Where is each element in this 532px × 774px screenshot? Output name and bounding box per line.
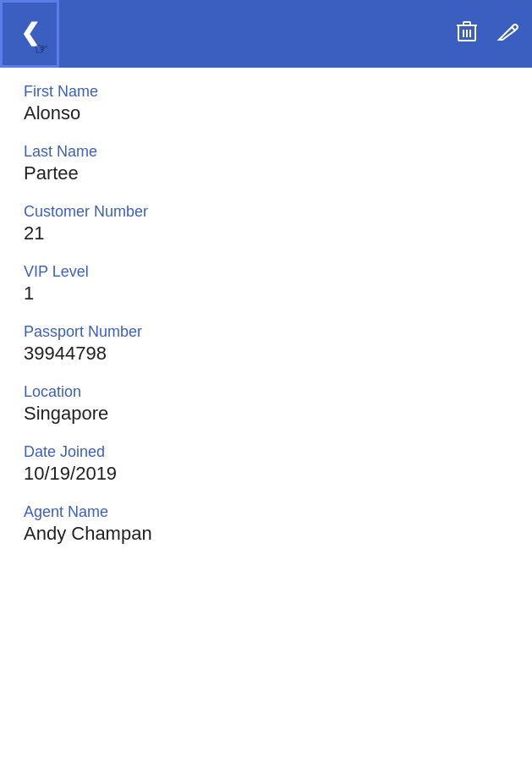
- field-group-customer-number: Customer Number21: [24, 203, 508, 244]
- app-container: ❮ ☞: [0, 0, 532, 579]
- field-value-last-name: Partee: [24, 162, 508, 184]
- back-button[interactable]: ❮ ☞: [0, 0, 59, 68]
- edit-icon[interactable]: [496, 20, 518, 47]
- field-group-first-name: First NameAlonso: [24, 83, 508, 124]
- field-value-first-name: Alonso: [24, 102, 508, 124]
- field-label-location: Location: [24, 383, 508, 401]
- field-label-agent-name: Agent Name: [24, 503, 508, 521]
- field-value-vip-level: 1: [24, 283, 508, 305]
- field-value-location: Singapore: [24, 403, 508, 425]
- delete-icon[interactable]: [456, 19, 478, 48]
- field-group-location: LocationSingapore: [24, 383, 508, 425]
- field-value-passport-number: 39944798: [24, 343, 508, 365]
- header: ❮ ☞: [0, 0, 532, 68]
- field-group-passport-number: Passport Number39944798: [24, 323, 508, 365]
- field-group-date-joined: Date Joined10/19/2019: [24, 443, 508, 485]
- field-label-vip-level: VIP Level: [24, 263, 508, 281]
- header-actions: [456, 19, 518, 48]
- field-value-agent-name: Andy Champan: [24, 523, 508, 545]
- field-label-passport-number: Passport Number: [24, 323, 508, 341]
- detail-content: First NameAlonsoLast NameParteeCustomer …: [0, 68, 532, 579]
- cursor-icon: ☞: [35, 40, 48, 58]
- field-value-date-joined: 10/19/2019: [24, 463, 508, 485]
- field-label-first-name: First Name: [24, 83, 508, 101]
- field-value-customer-number: 21: [24, 222, 508, 244]
- field-group-last-name: Last NamePartee: [24, 143, 508, 184]
- field-group-vip-level: VIP Level1: [24, 263, 508, 305]
- field-label-customer-number: Customer Number: [24, 203, 508, 221]
- field-label-last-name: Last Name: [24, 143, 508, 161]
- field-label-date-joined: Date Joined: [24, 443, 508, 461]
- field-group-agent-name: Agent NameAndy Champan: [24, 503, 508, 545]
